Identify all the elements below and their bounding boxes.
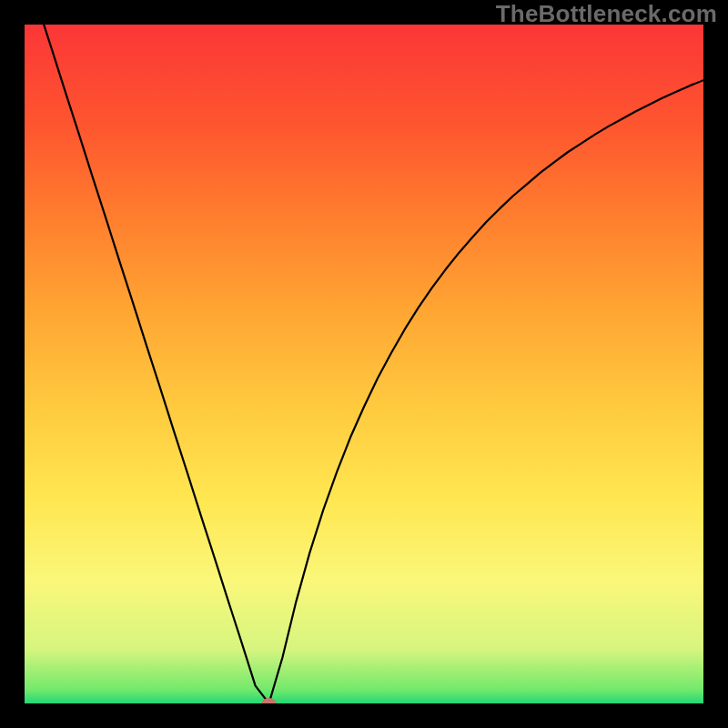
chart-frame: TheBottleneck.com [0, 0, 728, 728]
plot-area [25, 25, 703, 703]
optimum-marker-icon [262, 698, 277, 703]
bottleneck-curve [25, 25, 703, 703]
chart-svg [25, 25, 703, 703]
